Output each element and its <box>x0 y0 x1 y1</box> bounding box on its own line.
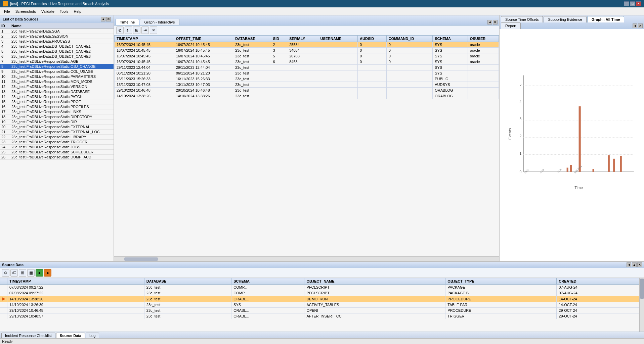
timeline-row[interactable]: 14/10/2024 13:38:26 14/10/2024 13:38:26 … <box>115 93 499 99</box>
menu-screenshots[interactable]: Screenshots <box>13 9 39 14</box>
svg-text:5: 5 <box>519 83 521 86</box>
datasource-row[interactable]: 2123c_test.FrsDBLiveResponseStatic.EXTER… <box>0 130 114 135</box>
middle-hscrollbar[interactable] <box>114 256 499 261</box>
datasource-row[interactable]: 323c_test.FrsGatherData.PROCESS <box>0 39 114 44</box>
ds-cell-id: 6 <box>0 54 10 59</box>
bottom-table-button[interactable]: ⊞ <box>19 269 26 277</box>
timeline-row[interactable]: 16/07/2024 10:45:45 16/07/2024 10:45:45 … <box>115 59 499 65</box>
timeline-row[interactable]: 16/11/2023 15:26:33 16/11/2023 15:26:33 … <box>115 76 499 82</box>
sd-col-arrow <box>0 278 7 285</box>
source-data-grid: TIMESTAMP DATABASE SCHEMA OBJECT_NAME OB… <box>0 278 639 319</box>
left-panel-header: List of Data Sources ◄ ✕ <box>0 15 114 23</box>
cell-offset-time: 16/07/2024 10:45:45 <box>174 53 233 59</box>
cell-command-id <box>386 65 433 70</box>
cell-arrow <box>0 308 7 313</box>
cell-database: 23c_test <box>233 88 271 93</box>
datasource-row[interactable]: 2023c_test.FrsDBLiveResponseStatic.EXTER… <box>0 125 114 130</box>
datasource-row[interactable]: 1823c_test.FrsDBLiveResponseStatic.DIREC… <box>0 114 114 119</box>
close-button[interactable]: ✕ <box>636 1 641 6</box>
datasource-row[interactable]: 2223c_test.FrsDBLiveResponseStatic.LIBRA… <box>0 135 114 140</box>
cell-osuser: oracle <box>468 53 499 59</box>
filter-button[interactable]: ⊘ <box>116 27 124 34</box>
tab-incident-response[interactable]: Incident Response Checklist <box>1 333 55 338</box>
datasource-row[interactable]: 723c_test.FrsDBLiveResponseStatic.AGE <box>0 59 114 64</box>
timeline-row[interactable]: 16/07/2024 10:45:45 16/07/2024 10:45:45 … <box>115 53 499 59</box>
timeline-row[interactable]: 13/11/2023 10:47:03 13/11/2023 10:47:03 … <box>115 82 499 88</box>
menu-file[interactable]: File <box>1 9 13 14</box>
tab-graph-all-time[interactable]: Graph - All Time <box>587 16 624 22</box>
cell-timestamp: 29/10/2024 10:48:57 <box>7 313 144 319</box>
datasource-row[interactable]: 1123c_test.FrsDBLiveResponseStatic.MON_M… <box>0 79 114 84</box>
col-osuser: OSUSER <box>468 36 499 42</box>
left-panel-pin-button[interactable]: ◄ <box>101 17 105 21</box>
bottom-vscrollbar[interactable] <box>639 278 644 332</box>
tab-timeline[interactable]: Timeline <box>116 19 139 25</box>
source-data-row[interactable]: 29/10/2024 10:46:48 23c_test ORABL... OP… <box>0 308 639 313</box>
cell-username <box>318 42 358 48</box>
cell-created: 14-OCT-24 <box>557 296 639 302</box>
datasource-row[interactable]: 2523c_test.FrsDBLiveResponseStatic.SCHED… <box>0 150 114 155</box>
datasource-row[interactable]: 2423c_test.FrsDBLiveResponseStatic.JOBS <box>0 145 114 150</box>
bottom-grid-scroll[interactable]: TIMESTAMP DATABASE SCHEMA OBJECT_NAME OB… <box>0 278 639 332</box>
timeline-row[interactable]: 06/11/2024 10:21:20 06/11/2024 10:21:20 … <box>115 70 499 76</box>
datasource-row[interactable]: 1423c_test.FrsDBLiveResponseStatic.PATCH <box>0 94 114 99</box>
cell-osuser: oracle <box>468 48 499 53</box>
cell-serial <box>287 82 318 88</box>
bottom-green-btn[interactable]: ● <box>36 269 43 277</box>
cell-created: 07-AUG-24 <box>557 290 639 296</box>
source-data-row[interactable]: ▶ 14/10/2024 13:38:26 23c_test ORABL... … <box>0 296 639 302</box>
menu-tools[interactable]: Tools <box>57 9 71 14</box>
middle-panel-close-button[interactable]: ✕ <box>493 20 498 24</box>
timeline-row[interactable]: 29/11/2023 12:44:04 29/11/2023 12:44:04 … <box>115 65 499 70</box>
datasource-row[interactable]: 923c_test.FrsDBLiveResponseStatic.COL_US… <box>0 69 114 74</box>
menu-help[interactable]: Help <box>71 9 84 14</box>
tab-supporting-evidence[interactable]: Supporting Evidence <box>544 16 587 22</box>
datasource-row[interactable]: 1923c_test.FrsDBLiveResponseStatic.DIR <box>0 119 114 125</box>
datasource-row[interactable]: 1723c_test.FrsDBLiveResponseStatic.LINKS <box>0 109 114 114</box>
left-panel-close-button[interactable]: ✕ <box>106 17 111 21</box>
datasource-row[interactable]: 523c_test.FrsGatherData.DB_OBJECT_CACHE2 <box>0 49 114 54</box>
datasource-row[interactable]: 1223c_test.FrsDBLiveResponseStatic.VERSI… <box>0 84 114 89</box>
source-data-row[interactable]: 07/08/2024 09:27:22 23c_test COMP... PFC… <box>0 285 639 290</box>
source-data-row[interactable]: 29/10/2024 10:48:57 23c_test ORABL... AF… <box>0 313 639 319</box>
datasource-row[interactable]: 1023c_test.FrsDBLiveResponseStatic.PARAM… <box>0 74 114 79</box>
source-data-row[interactable]: 14/10/2024 13:26:39 23c_test SYS ACTIVIT… <box>0 302 639 308</box>
datasource-row[interactable]: 123c_test.FrsGatherData.SGA <box>0 29 114 34</box>
timeline-row[interactable]: 29/10/2024 10:46:48 29/10/2024 10:46:48 … <box>115 88 499 93</box>
timeline-grid-container[interactable]: TIMESTAMP OFFSET_TIME DATABASE SID SERIA… <box>114 35 499 256</box>
datasource-row[interactable]: 623c_test.FrsGatherData.DB_OBJECT_CACHE3 <box>0 54 114 59</box>
datasource-row[interactable]: 223c_test.FrsGatherData.SESSION <box>0 34 114 39</box>
bottom-tag-button[interactable]: 🏷 <box>10 269 18 277</box>
datasource-row[interactable]: 823c_test.FrsDBLiveResponseStatic.OBJ_CH… <box>0 64 114 69</box>
timeline-row[interactable]: 16/07/2024 10:45:45 16/07/2024 10:45:45 … <box>115 42 499 48</box>
bottom-panel-close-button[interactable]: ✕ <box>637 262 642 267</box>
tab-report[interactable]: Report <box>501 22 521 29</box>
export-button[interactable]: ⇥ <box>141 27 149 34</box>
timeline-row[interactable]: 16/07/2024 10:45:45 16/07/2024 10:45:45 … <box>115 48 499 53</box>
datasource-row[interactable]: 1523c_test.FrsDBLiveResponseStatic.PROF <box>0 99 114 104</box>
tab-graph-interactive[interactable]: Graph - Interactive <box>140 19 179 25</box>
tab-source-time-offsets[interactable]: Source Time Offsets <box>501 16 543 22</box>
menu-validate[interactable]: Validate <box>39 9 57 14</box>
minimize-button[interactable]: ─ <box>624 1 629 6</box>
tag-button[interactable]: 🏷 <box>125 27 132 34</box>
bottom-filter-button[interactable]: ⊘ <box>2 269 9 277</box>
datasource-row[interactable]: 2623c_test.FrsDBLiveResponseStatic.DUMP_… <box>0 155 114 160</box>
datasource-row[interactable]: 2323c_test.FrsDBLiveResponseStatic.TRIGG… <box>0 140 114 145</box>
right-panel-close-button[interactable]: ✕ <box>638 23 643 28</box>
middle-panel-float-button[interactable]: ◄ <box>487 20 492 24</box>
bottom-panel-float-button[interactable]: ◄ <box>627 262 631 267</box>
source-data-row[interactable]: 07/08/2024 09:27:22 23c_test COMP... PFC… <box>0 290 639 296</box>
tab-source-data[interactable]: Source Data <box>56 333 85 338</box>
bottom-grid-button[interactable]: ▦ <box>27 269 35 277</box>
datasource-row[interactable]: 423c_test.FrsGatherData.DB_OBJECT_CACHE1 <box>0 44 114 49</box>
bottom-panel-expand-button[interactable]: ▲ <box>632 262 637 267</box>
bottom-orange-btn[interactable]: ● <box>44 269 51 277</box>
right-panel-float-button[interactable]: ◄ <box>633 23 637 28</box>
maximize-button[interactable]: □ <box>630 1 635 6</box>
tab-log[interactable]: Log <box>86 333 99 338</box>
table-view-button[interactable]: ⊞ <box>133 27 140 34</box>
datasource-row[interactable]: 1323c_test.FrsDBLiveResponseStatic.DATAB… <box>0 89 114 94</box>
datasource-row[interactable]: 1623c_test.FrsDBLiveResponseStatic.PROFI… <box>0 104 114 109</box>
delete-button[interactable]: ✕ <box>150 27 157 34</box>
